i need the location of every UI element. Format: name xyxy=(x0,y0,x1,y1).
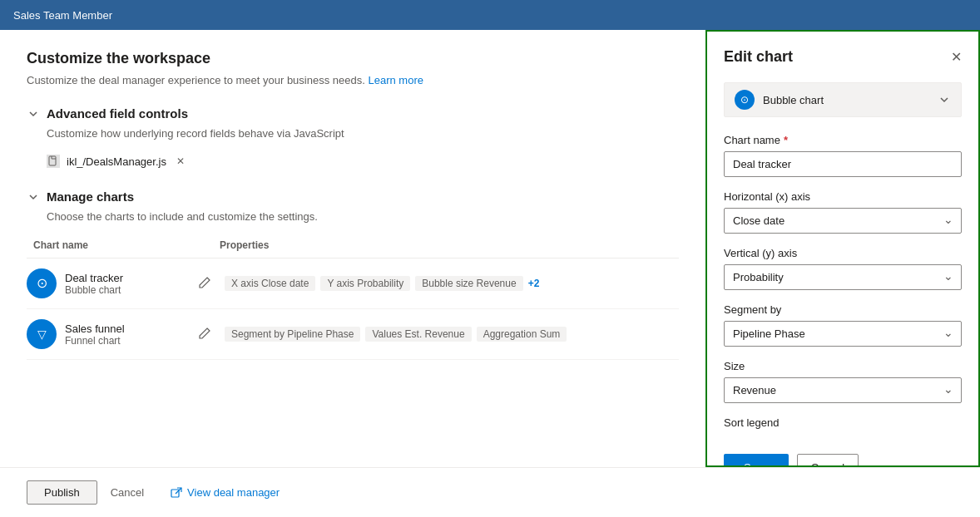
prop-tag: Y axis Probability xyxy=(320,276,410,291)
edit-chart-footer: Save Cancel xyxy=(724,446,962,467)
col-header-chart-name: Chart name xyxy=(27,239,193,251)
x-axis-select[interactable]: Close date Created date Modified date xyxy=(724,208,962,234)
advanced-section-title: Advanced field controls xyxy=(47,106,188,121)
top-bar: Sales Team Member xyxy=(0,0,980,30)
page-subtitle: Customize the deal manager experience to… xyxy=(27,74,679,86)
cancel-panel-button[interactable]: Cancel xyxy=(797,454,859,467)
save-button[interactable]: Save xyxy=(724,454,789,467)
left-panel: Customize the workspace Customize the de… xyxy=(0,30,705,467)
table-header: Chart name Properties xyxy=(27,233,679,258)
external-link-icon xyxy=(171,487,182,499)
cancel-main-button[interactable]: Cancel xyxy=(111,486,144,499)
chart-type-deal-tracker: Bubble chart xyxy=(65,284,198,296)
segment-by-select-wrapper: Pipeline Phase Owner Status xyxy=(724,321,962,347)
manage-charts-header[interactable]: Manage charts xyxy=(27,190,679,204)
edit-chart-title: Edit chart xyxy=(724,48,793,66)
chart-props-sales-funnel: Segment by Pipeline Phase Values Est. Re… xyxy=(225,327,679,342)
x-axis-field-group: Horizontal (x) axis Close date Created d… xyxy=(724,190,962,234)
advanced-field-controls-section: Advanced field controls Customize how un… xyxy=(27,106,679,173)
prop-tag: Values Est. Revenue xyxy=(365,327,471,342)
chart-type-selector[interactable]: ⊙ Bubble chart xyxy=(724,82,962,117)
chart-props-deal-tracker: X axis Close date Y axis Probability Bub… xyxy=(225,276,679,291)
edit-chart-sales-funnel-icon[interactable] xyxy=(198,327,225,342)
segment-by-select[interactable]: Pipeline Phase Owner Status xyxy=(724,321,962,347)
edit-chart-deal-tracker-icon[interactable] xyxy=(198,276,225,292)
app-title: Sales Team Member xyxy=(13,9,112,22)
chart-type-selector-icon: ⊙ xyxy=(735,90,755,110)
manage-charts-desc: Choose the charts to include and customi… xyxy=(47,210,679,223)
chart-type-sales-funnel: Funnel chart xyxy=(65,335,198,347)
segment-by-field-group: Segment by Pipeline Phase Owner Status xyxy=(724,303,962,347)
chart-name-deal-tracker: Deal tracker xyxy=(65,272,198,284)
chevron-down-icon xyxy=(27,107,40,121)
chart-type-selector-label: Bubble chart xyxy=(763,94,929,106)
file-name: ikl_/DealsManager.js xyxy=(67,155,166,168)
chart-name-label: Chart name * xyxy=(724,134,962,146)
required-star: * xyxy=(784,134,788,146)
manage-charts-title: Manage charts xyxy=(47,190,134,204)
page-title: Customize the workspace xyxy=(27,50,679,67)
svg-rect-1 xyxy=(171,490,179,497)
file-remove-icon[interactable]: ✕ xyxy=(176,155,185,167)
y-axis-select[interactable]: Probability Revenue Deal value xyxy=(724,264,962,290)
x-axis-select-wrapper: Close date Created date Modified date xyxy=(724,208,962,234)
bottom-bar: Publish Cancel View deal manager xyxy=(0,467,980,517)
file-icon xyxy=(47,155,60,168)
chevron-down-icon-2 xyxy=(27,190,40,204)
table-row: ⊙ Deal tracker Bubble chart X axis Close… xyxy=(27,258,679,309)
main-area: Customize the workspace Customize the de… xyxy=(0,30,980,467)
edit-chart-header: Edit chart ✕ xyxy=(724,48,962,66)
chart-icon-deal-tracker: ⊙ xyxy=(27,268,57,298)
chart-name-sales-funnel: Sales funnel xyxy=(65,323,198,335)
manage-charts-section: Manage charts Choose the charts to inclu… xyxy=(27,190,679,360)
y-axis-select-wrapper: Probability Revenue Deal value xyxy=(724,264,962,290)
size-field-group: Size Revenue Deal value Count xyxy=(724,360,962,403)
prop-tag: Bubble size Revenue xyxy=(415,276,522,291)
chart-name-block-deal-tracker: Deal tracker Bubble chart xyxy=(65,272,198,296)
size-label: Size xyxy=(724,360,962,372)
learn-more-link[interactable]: Learn more xyxy=(368,74,423,86)
size-select[interactable]: Revenue Deal value Count xyxy=(724,377,962,403)
close-panel-button[interactable]: ✕ xyxy=(951,49,962,65)
sort-legend-label: Sort legend xyxy=(724,416,962,429)
prop-tag: X axis Close date xyxy=(225,276,315,291)
sort-legend-field-group: Sort legend xyxy=(724,416,962,429)
prop-tag: Aggregation Sum xyxy=(477,327,567,342)
advanced-section-header[interactable]: Advanced field controls xyxy=(27,106,679,121)
y-axis-field-group: Vertical (y) axis Probability Revenue De… xyxy=(724,247,962,290)
table-row: ▽ Sales funnel Funnel chart Segment by P… xyxy=(27,309,679,360)
file-item: ikl_/DealsManager.js ✕ xyxy=(47,150,679,173)
publish-button[interactable]: Publish xyxy=(27,480,97,505)
chart-name-field-group: Chart name * xyxy=(724,134,962,177)
x-axis-label: Horizontal (x) axis xyxy=(724,190,962,203)
prop-tag: Segment by Pipeline Phase xyxy=(225,327,360,342)
chart-icon-sales-funnel: ▽ xyxy=(27,319,57,349)
segment-by-label: Segment by xyxy=(724,303,962,316)
chart-name-block-sales-funnel: Sales funnel Funnel chart xyxy=(65,323,198,347)
svg-rect-0 xyxy=(49,156,56,165)
advanced-section-desc: Customize how underlying record fields b… xyxy=(47,127,679,140)
chart-name-input[interactable] xyxy=(724,151,962,177)
size-select-wrapper: Revenue Deal value Count xyxy=(724,377,962,403)
more-props-tag[interactable]: +2 xyxy=(528,278,540,289)
y-axis-label: Vertical (y) axis xyxy=(724,247,962,259)
chevron-down-icon-3 xyxy=(938,93,951,106)
charts-table: Chart name Properties ⊙ Deal tracker Bub… xyxy=(27,233,679,360)
col-header-properties: Properties xyxy=(220,239,679,251)
view-deal-manager-button[interactable]: View deal manager xyxy=(171,486,280,499)
edit-chart-panel: Edit chart ✕ ⊙ Bubble chart Chart name *… xyxy=(705,30,980,467)
